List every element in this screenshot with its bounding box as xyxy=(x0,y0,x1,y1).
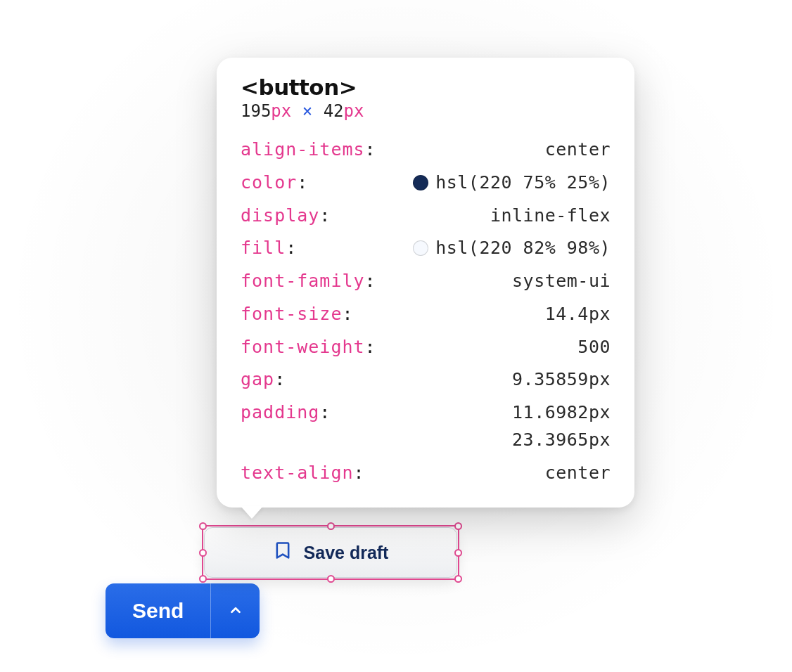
css-property-row: align-itemscenter xyxy=(241,136,611,164)
css-property-name: align-items xyxy=(241,136,376,164)
send-button-group: Send xyxy=(106,583,260,638)
send-label: Send xyxy=(132,599,184,623)
height-value: 42 xyxy=(324,101,344,121)
width-value: 195 xyxy=(241,101,271,121)
css-property-value-text: inline-flex xyxy=(490,205,611,226)
save-draft-button[interactable]: Save draft xyxy=(204,527,457,578)
css-property-name: font-weight xyxy=(241,334,376,361)
css-property-name: text-align xyxy=(241,460,365,487)
css-property-row: font-weight500 xyxy=(241,334,611,361)
send-split-button[interactable] xyxy=(210,583,260,638)
color-swatch xyxy=(413,240,428,256)
css-property-value-text: system-ui xyxy=(512,271,611,291)
css-property-value: 14.4px xyxy=(545,301,611,328)
css-property-value-text: 9.35859px xyxy=(512,369,611,389)
css-property-name: font-size xyxy=(241,301,354,328)
css-property-value: system-ui xyxy=(512,268,611,295)
css-property-name: display xyxy=(241,202,331,230)
css-property-value: inline-flex xyxy=(490,202,611,230)
send-button[interactable]: Send xyxy=(106,583,210,638)
css-property-row: text-aligncenter xyxy=(241,460,611,487)
css-property-value: center xyxy=(545,136,611,164)
css-property-value: center xyxy=(545,460,611,487)
inspector-header: <button> 195px × 42px xyxy=(241,75,611,121)
width-unit: px xyxy=(271,101,291,121)
chevron-up-icon xyxy=(228,602,243,620)
css-property-value-text: 500 xyxy=(577,337,611,357)
css-property-row: displayinline-flex xyxy=(241,202,611,230)
dimension-separator: × xyxy=(302,101,313,121)
css-property-row: gap9.35859px xyxy=(241,366,611,394)
css-property-row: padding11.6982px 23.3965px xyxy=(241,399,611,454)
inspected-dimensions: 195px × 42px xyxy=(241,101,611,121)
css-property-name: padding xyxy=(241,399,331,427)
save-draft-button-wrap: Save draft xyxy=(204,527,457,578)
height-unit: px xyxy=(344,101,364,121)
css-property-row: font-familysystem-ui xyxy=(241,268,611,295)
bookmark-icon xyxy=(273,541,293,564)
save-draft-label: Save draft xyxy=(304,543,389,563)
css-property-row: font-size14.4px xyxy=(241,301,611,328)
css-property-value-text: hsl(220 75% 25%) xyxy=(435,172,611,193)
css-property-value: 11.6982px 23.3965px xyxy=(512,399,611,454)
css-property-value: hsl(220 82% 98%) xyxy=(413,235,611,262)
css-property-value: 500 xyxy=(577,334,611,361)
css-property-row: colorhsl(220 75% 25%) xyxy=(241,169,611,197)
css-property-name: gap xyxy=(241,366,286,394)
tooltip-pointer xyxy=(241,506,263,519)
css-property-value: 9.35859px xyxy=(512,366,611,394)
element-inspector-tooltip: <button> 195px × 42px align-itemscenterc… xyxy=(217,58,634,508)
css-property-name: color xyxy=(241,169,308,197)
css-property-value-text: hsl(220 82% 98%) xyxy=(435,238,611,258)
inspected-tag-name: <button> xyxy=(241,75,611,100)
css-property-name: font-family xyxy=(241,268,376,295)
css-property-value-text: 14.4px xyxy=(545,304,611,324)
css-property-value: hsl(220 75% 25%) xyxy=(413,169,611,197)
color-swatch xyxy=(413,175,428,190)
css-properties-list: align-itemscentercolorhsl(220 75% 25%)di… xyxy=(241,136,611,486)
css-property-value-text: 11.6982px 23.3965px xyxy=(512,402,611,450)
css-property-value-text: center xyxy=(545,139,611,160)
css-property-row: fillhsl(220 82% 98%) xyxy=(241,235,611,262)
css-property-value-text: center xyxy=(545,463,611,483)
css-property-name: fill xyxy=(241,235,297,262)
